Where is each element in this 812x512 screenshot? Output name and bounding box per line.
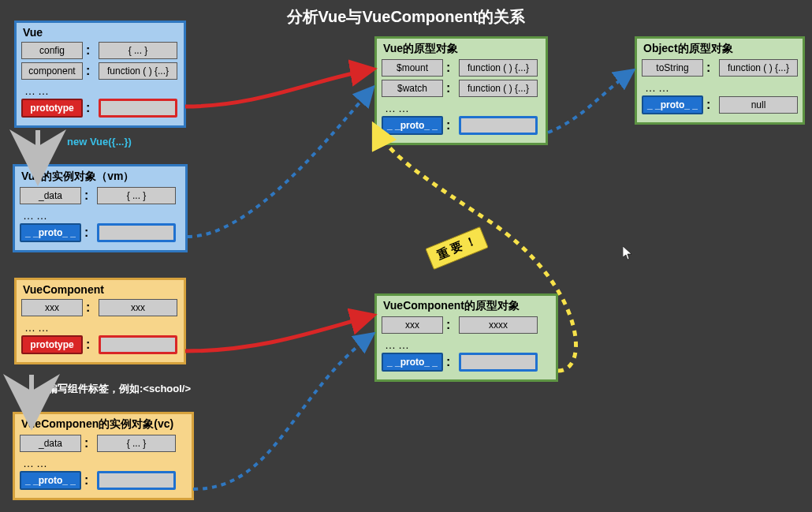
prototype-value xyxy=(99,335,177,354)
box-vue-prototype: Vue的原型对象 $mount : function ( ) {...} $wa… xyxy=(374,36,548,145)
colon: : xyxy=(86,301,95,315)
cell-key: xxx xyxy=(382,316,443,334)
proto-row: _ _proto_ _ : xyxy=(382,116,541,135)
colon: : xyxy=(86,64,95,78)
proto-label: _ _proto_ _ xyxy=(382,116,443,135)
ellipsis: …… xyxy=(382,100,541,116)
cell-key: component xyxy=(21,62,83,80)
proto-value xyxy=(459,116,538,135)
box-title: Vue的实例对象（vm） xyxy=(20,170,181,184)
ellipsis: …… xyxy=(382,337,551,353)
table-row: xxx : xxxx xyxy=(382,316,551,334)
cell-key: config xyxy=(21,42,83,59)
cell-val: xxx xyxy=(99,299,177,316)
table-row: toString : function ( ) {...} xyxy=(642,59,798,77)
colon: : xyxy=(84,226,94,240)
prototype-label: prototype xyxy=(21,335,83,354)
proto-row: prototype : xyxy=(21,99,179,118)
box-vue: Vue config : { ... } component : functio… xyxy=(14,21,186,128)
table-row: $mount : function ( ) {...} xyxy=(382,59,541,77)
cell-key: _data xyxy=(20,435,81,452)
arrow-vc-inst-proto xyxy=(193,334,372,489)
box-object-prototype: Object的原型对象 toString : function ( ) {...… xyxy=(635,36,805,125)
proto-row: prototype : xyxy=(21,335,179,354)
cell-val: function ( ) {...} xyxy=(99,62,177,80)
prototype-label: prototype xyxy=(21,99,83,118)
colon: : xyxy=(84,473,94,488)
table-row: component : function ( ) {...} xyxy=(21,62,179,80)
proto-row: _ _proto_ _ : null xyxy=(642,95,798,114)
proto-row: _ _proto_ _ : xyxy=(382,353,551,372)
colon: : xyxy=(446,81,456,95)
proto-value xyxy=(97,471,176,490)
colon: : xyxy=(706,98,716,112)
cell-val: xxxx xyxy=(459,316,538,334)
ellipsis: …… xyxy=(642,80,798,95)
colon: : xyxy=(84,189,94,203)
proto-row: _ _proto_ _ : xyxy=(20,223,181,242)
page-title: 分析Vue与VueComponent的关系 xyxy=(287,6,526,28)
cell-val: { ... } xyxy=(97,187,176,204)
cell-val: function ( ) {...} xyxy=(459,59,538,77)
mouse-cursor-icon xyxy=(623,246,634,262)
arrow-vueproto-proto xyxy=(548,71,632,133)
colon: : xyxy=(446,355,456,369)
proto-value xyxy=(97,223,176,242)
colon: : xyxy=(86,101,95,115)
colon: : xyxy=(446,318,456,332)
cell-val: { ... } xyxy=(97,435,176,452)
table-row: _data : { ... } xyxy=(20,187,181,204)
colon: : xyxy=(84,436,94,450)
proto-label: _ _proto_ _ xyxy=(20,223,81,242)
cell-key: xxx xyxy=(21,299,83,316)
proto-row: _ _proto_ _ : xyxy=(20,471,187,490)
ellipsis: …… xyxy=(20,455,187,471)
table-row: xxx : xxx xyxy=(21,299,179,316)
colon: : xyxy=(86,43,95,58)
colon: : xyxy=(706,61,716,75)
proto-label: _ _proto_ _ xyxy=(382,353,443,372)
box-vuecomponent: VueComponent xxx : xxx …… prototype : xyxy=(14,278,186,364)
cell-val: function ( ) {...} xyxy=(459,80,538,97)
arrow-vm-proto xyxy=(188,88,372,237)
prototype-value xyxy=(99,99,177,118)
table-row: config : { ... } xyxy=(21,42,179,59)
arrow-vc-prototype xyxy=(185,316,372,351)
annotation-write-tag: 编写组件标签，例如:<school/> xyxy=(47,382,191,396)
proto-value-null: null xyxy=(719,96,798,114)
cell-key: toString xyxy=(642,59,703,77)
proto-value xyxy=(459,353,538,372)
cell-key: _data xyxy=(20,187,81,204)
cell-val: { ... } xyxy=(99,42,177,59)
arrow-vue-prototype xyxy=(185,69,372,107)
table-row: $watch : function ( ) {...} xyxy=(382,80,541,97)
colon: : xyxy=(446,61,456,75)
box-title: VueComponent的原型对象 xyxy=(382,299,551,313)
ellipsis: …… xyxy=(20,207,181,223)
ellipsis: …… xyxy=(21,320,179,335)
badge-important: 重 要 ！ xyxy=(425,226,489,270)
proto-label: _ _proto_ _ xyxy=(20,471,81,490)
box-vuecomponent-prototype: VueComponent的原型对象 xxx : xxxx …… _ _proto… xyxy=(374,293,558,382)
cell-key: $watch xyxy=(382,80,443,97)
box-title: VueComponent xyxy=(21,283,179,296)
colon: : xyxy=(86,338,95,352)
cell-val: function ( ) {...} xyxy=(719,59,798,77)
box-title: Object的原型对象 xyxy=(642,42,798,56)
proto-label: _ _proto_ _ xyxy=(642,95,703,114)
table-row: _data : { ... } xyxy=(20,435,187,452)
annotation-new-vue: new Vue({...}) xyxy=(67,136,132,148)
colon: : xyxy=(446,118,456,133)
box-vue-title: Vue xyxy=(21,26,179,39)
box-title: VueComponen的实例对象(vc) xyxy=(20,417,187,432)
ellipsis: …… xyxy=(21,83,179,99)
box-vm: Vue的实例对象（vm） _data : { ... } …… _ _proto… xyxy=(13,164,188,252)
box-title: Vue的原型对象 xyxy=(382,42,541,56)
cell-key: $mount xyxy=(382,59,443,77)
box-vc-instance: VueComponen的实例对象(vc) _data : { ... } …… … xyxy=(13,412,194,500)
